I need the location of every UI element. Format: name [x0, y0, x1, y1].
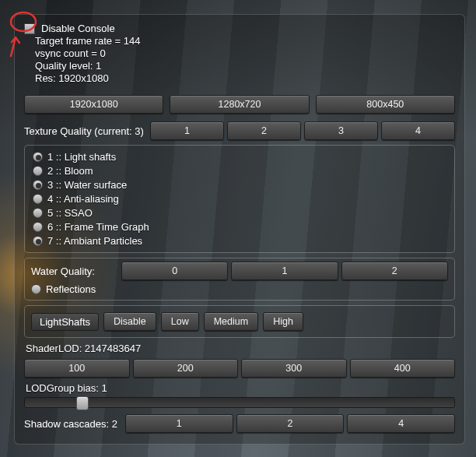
texture-quality-1[interactable]: 1: [150, 121, 224, 140]
toggle-ambiant-particles-label: 7 :: Ambiant Particles: [47, 235, 142, 247]
water-quality-panel: Water Quality: 0 1 2 Reflections: [24, 258, 455, 301]
water-quality-label: Water Quality:: [31, 265, 115, 277]
shader-lod-100[interactable]: 100: [24, 359, 130, 378]
toggle-light-shafts[interactable]: [33, 152, 43, 162]
toggle-ssao-label: 5 :: SSAO: [47, 207, 93, 219]
toggle-water-surface-label: 3 :: Water surface: [47, 179, 127, 191]
toggle-ambiant-particles[interactable]: [33, 236, 43, 246]
info-res: Res: 1920x1080: [35, 72, 455, 84]
texture-quality-label: Texture Quality (current: 3): [24, 125, 144, 137]
lodgroup-bias-thumb[interactable]: [76, 396, 89, 410]
lightshafts-high[interactable]: High: [263, 312, 303, 331]
res-button-1[interactable]: 1280x720: [170, 95, 309, 114]
texture-quality-4[interactable]: 4: [381, 121, 455, 140]
lightshafts-low[interactable]: Low: [161, 312, 199, 331]
info-vsync-count: vsync count = 0: [35, 47, 455, 59]
shadow-cascades-2[interactable]: 2: [236, 414, 345, 433]
toggle-bloom-label: 2 :: Bloom: [47, 165, 93, 177]
lightshafts-title: LightShafts: [31, 313, 99, 331]
reflections-toggle[interactable]: [31, 284, 41, 294]
water-quality-2[interactable]: 2: [341, 262, 448, 280]
reflections-label: Reflections: [46, 283, 96, 295]
lightshafts-disable[interactable]: Disable: [103, 312, 156, 331]
water-quality-0[interactable]: 0: [121, 262, 228, 280]
lodgroup-bias-slider[interactable]: [24, 397, 455, 408]
debug-settings-panel: Disable Console Target frame rate = 144 …: [14, 14, 465, 445]
shadow-cascades-label: Shadow cascades: 2: [24, 418, 117, 430]
shader-lod-label: ShaderLOD: 2147483647: [26, 343, 455, 354]
toggle-bloom[interactable]: [33, 166, 43, 176]
toggle-anti-aliasing-label: 4 :: Anti-aliasing: [47, 193, 119, 205]
shader-lod-300[interactable]: 300: [241, 359, 347, 378]
info-quality-level: Quality level: 1: [35, 60, 455, 72]
toggle-water-surface[interactable]: [33, 180, 43, 190]
toggle-frame-time-graph-label: 6 :: Frame Time Graph: [47, 221, 149, 233]
toggle-frame-time-graph[interactable]: [33, 222, 43, 232]
shader-lod-200[interactable]: 200: [133, 359, 239, 378]
shader-lod-400[interactable]: 400: [350, 359, 456, 378]
water-quality-1[interactable]: 1: [231, 262, 338, 280]
lightshafts-panel: LightShafts Disable Low Medium High: [24, 305, 455, 338]
toggle-ssao[interactable]: [33, 208, 43, 218]
texture-quality-3[interactable]: 3: [304, 121, 378, 140]
disable-console-checkbox[interactable]: [24, 23, 35, 34]
res-button-0[interactable]: 1920x1080: [24, 95, 163, 114]
toggle-anti-aliasing[interactable]: [33, 194, 43, 204]
lightshafts-medium[interactable]: Medium: [204, 312, 258, 331]
feature-toggles-panel: 1 :: Light shafts 2 :: Bloom 3 :: Water …: [24, 145, 455, 253]
shadow-cascades-4[interactable]: 4: [347, 414, 455, 433]
texture-quality-2[interactable]: 2: [227, 121, 301, 140]
disable-console-label: Disable Console: [41, 23, 115, 34]
shadow-cascades-1[interactable]: 1: [125, 414, 233, 433]
res-button-2[interactable]: 800x450: [316, 95, 455, 114]
lodgroup-bias-label: LODGroup bias: 1: [26, 382, 455, 394]
info-target-frame-rate: Target frame rate = 144: [35, 35, 455, 47]
toggle-light-shafts-label: 1 :: Light shafts: [47, 151, 116, 163]
